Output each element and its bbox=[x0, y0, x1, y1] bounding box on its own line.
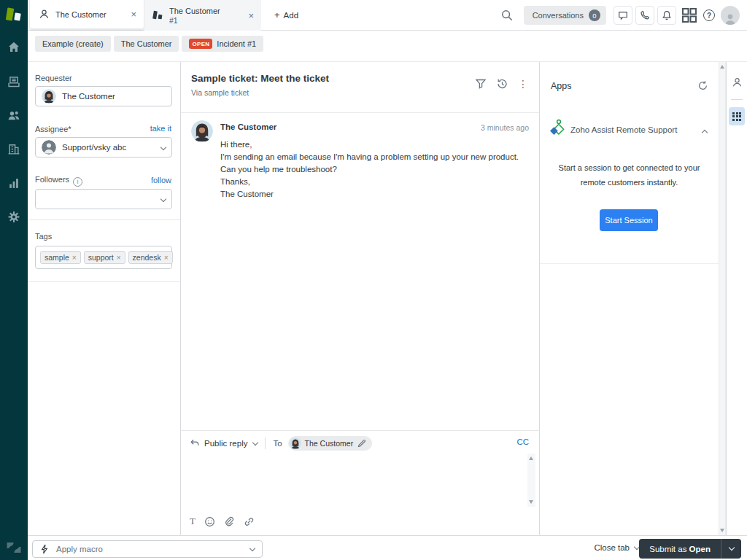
filter-icon[interactable] bbox=[475, 78, 487, 90]
status-badge-open: OPEN bbox=[189, 39, 212, 49]
text-format-icon[interactable]: T bbox=[190, 516, 196, 527]
requester-avatar bbox=[42, 89, 56, 104]
requester-label: Requester bbox=[35, 74, 72, 82]
plus-icon: + bbox=[274, 9, 280, 20]
conversations-count-badge: 0 bbox=[589, 9, 600, 21]
add-tab-button[interactable]: + Add bbox=[267, 0, 306, 30]
cc-link[interactable]: CC bbox=[516, 438, 529, 446]
chevron-down-icon bbox=[160, 144, 166, 150]
app-name: Zoho Assist Remote Support bbox=[570, 125, 677, 134]
remove-tag-icon[interactable]: × bbox=[117, 254, 121, 262]
assignee-value: Support/vsky abc bbox=[62, 143, 157, 152]
zendesk-z-logo-icon bbox=[6, 540, 22, 555]
top-right-controls: Conversations 0 ? bbox=[500, 0, 747, 31]
assignee-label: Assignee* bbox=[35, 125, 71, 133]
apply-macro-placeholder: Apply macro bbox=[56, 545, 246, 553]
macro-lightning-icon bbox=[40, 544, 49, 554]
start-session-button[interactable]: Start Session bbox=[600, 209, 658, 231]
breadcrumb: Example (create) The Customer OPEN Incid… bbox=[28, 31, 747, 62]
emoji-icon[interactable] bbox=[204, 516, 215, 527]
user-avatar[interactable] bbox=[721, 6, 740, 25]
submit-options-button[interactable] bbox=[721, 539, 741, 559]
submit-as-open-button[interactable]: Submit as Open bbox=[639, 539, 721, 559]
assignee-field[interactable]: Support/vsky abc bbox=[35, 137, 172, 158]
follow-link[interactable]: follow bbox=[151, 176, 171, 184]
remove-tag-icon[interactable]: × bbox=[72, 254, 77, 262]
recipient-name: The Customer bbox=[305, 439, 354, 448]
tag-support[interactable]: support× bbox=[84, 251, 125, 264]
edit-pencil-icon[interactable] bbox=[357, 439, 366, 448]
breadcrumb-item-incident[interactable]: OPEN Incident #1 bbox=[182, 36, 263, 52]
recipient-pill[interactable]: The Customer bbox=[288, 436, 373, 451]
bell-icon bbox=[662, 10, 672, 20]
apps-grid-icon bbox=[732, 112, 741, 121]
composer-divider bbox=[181, 430, 539, 431]
followers-field[interactable] bbox=[35, 189, 172, 209]
ticket-footer: Apply macro Close tab Submit as Open bbox=[28, 535, 747, 560]
refresh-icon[interactable] bbox=[697, 80, 708, 91]
to-label: To bbox=[273, 439, 282, 448]
breadcrumb-item-customer[interactable]: The Customer bbox=[114, 36, 179, 52]
composer-header: Public reply To The Customer bbox=[181, 435, 539, 452]
info-icon[interactable]: i bbox=[73, 177, 82, 187]
panel-divider bbox=[28, 281, 180, 282]
ticket-properties-panel: Requester The Customer Assignee* take it… bbox=[28, 62, 181, 535]
apps-context-button[interactable] bbox=[729, 107, 745, 125]
customers-icon[interactable] bbox=[8, 109, 20, 122]
collapse-app-control[interactable] bbox=[698, 128, 707, 136]
requester-field[interactable]: The Customer bbox=[35, 86, 172, 106]
reply-arrow-icon bbox=[190, 438, 200, 448]
apps-grid-icon[interactable] bbox=[681, 7, 698, 24]
reply-textarea[interactable] bbox=[181, 452, 539, 507]
organizations-icon[interactable] bbox=[8, 143, 20, 155]
context-rail bbox=[726, 62, 747, 535]
tag-zendesk[interactable]: zendesk× bbox=[128, 251, 173, 264]
attachment-icon[interactable] bbox=[224, 516, 235, 527]
notifications-button[interactable] bbox=[657, 6, 676, 25]
tab-customer-profile[interactable]: The Customer × bbox=[29, 0, 144, 29]
chat-button[interactable] bbox=[614, 6, 632, 25]
tags-field[interactable]: sample× support× zendesk× bbox=[35, 246, 172, 269]
submit-button-group: Submit as Open bbox=[639, 539, 741, 559]
close-tab-control[interactable]: Close tab bbox=[594, 543, 639, 552]
tickets-icon[interactable] bbox=[8, 76, 20, 88]
admin-icon[interactable] bbox=[8, 211, 20, 223]
message-avatar bbox=[191, 120, 213, 142]
conversations-button[interactable]: Conversations 0 bbox=[524, 6, 606, 25]
phone-icon bbox=[640, 10, 650, 20]
divider bbox=[731, 99, 743, 100]
zendesk-product-logo-icon[interactable] bbox=[6, 7, 23, 26]
panel-divider bbox=[28, 219, 180, 220]
close-icon[interactable]: × bbox=[248, 11, 254, 20]
link-icon[interactable] bbox=[244, 516, 255, 527]
vertical-divider bbox=[265, 438, 266, 449]
composer-scrollbar[interactable] bbox=[527, 454, 535, 507]
phone-button[interactable] bbox=[635, 6, 654, 25]
reporting-icon[interactable] bbox=[8, 177, 20, 190]
overflow-menu-icon[interactable]: ⋮ bbox=[517, 78, 529, 90]
ticket-via: Via sample ticket bbox=[191, 88, 249, 97]
user-context-icon[interactable] bbox=[732, 77, 743, 88]
tab-title: The Customer bbox=[55, 10, 126, 19]
apps-title: Apps bbox=[551, 81, 572, 91]
breadcrumb-item-example[interactable]: Example (create) bbox=[35, 36, 111, 52]
reply-type-select[interactable]: Public reply bbox=[204, 439, 258, 448]
remove-tag-icon[interactable]: × bbox=[164, 254, 169, 262]
chevron-down-icon bbox=[252, 439, 258, 445]
take-it-link[interactable]: take it bbox=[150, 124, 171, 133]
history-icon[interactable] bbox=[496, 78, 508, 90]
home-icon[interactable] bbox=[8, 41, 20, 53]
tab-ticket-1[interactable]: The Customer#1 × bbox=[144, 0, 261, 31]
help-icon[interactable]: ? bbox=[703, 9, 715, 21]
top-bar: The Customer × The Customer#1 × + Add Co… bbox=[28, 0, 747, 31]
close-icon[interactable]: × bbox=[131, 9, 136, 19]
tab-title: The Customer#1 bbox=[169, 7, 244, 25]
product-rail bbox=[0, 0, 28, 560]
apply-macro-select[interactable]: Apply macro bbox=[32, 540, 263, 558]
search-icon[interactable] bbox=[500, 9, 514, 22]
ticket-icon bbox=[153, 10, 163, 21]
page-scrollbar[interactable] bbox=[719, 62, 726, 535]
zoho-assist-logo-icon bbox=[549, 119, 567, 139]
chevron-up-icon bbox=[702, 130, 708, 136]
tag-sample[interactable]: sample× bbox=[40, 251, 81, 264]
